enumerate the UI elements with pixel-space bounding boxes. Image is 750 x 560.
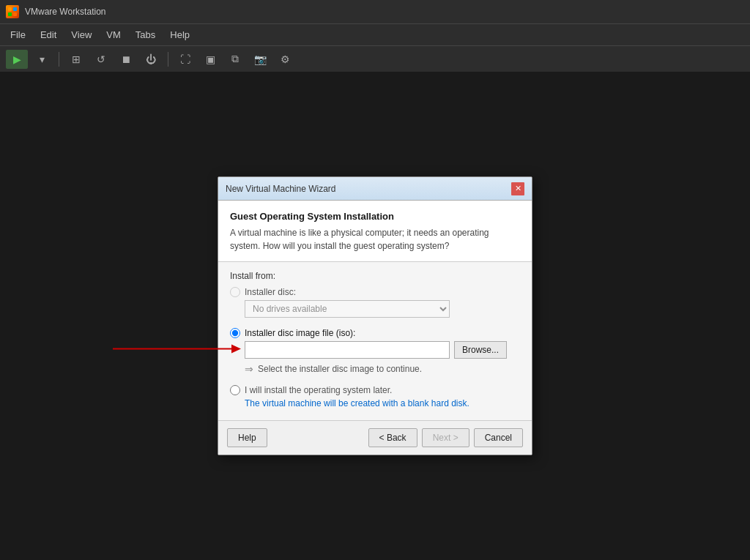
annotation-arrow — [113, 338, 241, 362]
dialog-header-title: Guest Operating System Installation — [230, 211, 520, 222]
menu-vm[interactable]: VM — [99, 26, 128, 43]
shutdown-button[interactable]: ⏻ — [140, 50, 162, 69]
play-dropdown[interactable]: ▾ — [31, 50, 53, 69]
suspend-button[interactable]: ⊞ — [65, 50, 87, 69]
menu-help[interactable]: Help — [163, 26, 197, 43]
toolbar: ▶ ▾ ⊞ ↺ ⏹ ⏻ ⛶ ▣ ⧉ 📷 ⚙ — [0, 45, 750, 72]
footer-left: Help — [227, 428, 267, 447]
menu-file[interactable]: File — [3, 26, 33, 43]
iso-warning-row: ⇒ Select the installer disc image to con… — [245, 363, 520, 375]
play-button[interactable]: ▶ — [6, 50, 28, 69]
install-later-radio[interactable] — [230, 385, 240, 395]
iso-warning-text: Select the installer disc image to conti… — [258, 364, 422, 374]
fullscreen-button[interactable]: ⛶ — [174, 50, 196, 69]
svg-rect-0 — [8, 7, 12, 11]
install-later-section: I will install the operating system late… — [230, 385, 520, 408]
svg-rect-2 — [8, 12, 12, 16]
iso-input-row: Browse... — [245, 341, 520, 359]
toolbar-separator-2 — [168, 52, 168, 67]
installer-disc-dropdown-row: No drives available — [245, 300, 520, 318]
snapshot-button[interactable]: 📷 — [249, 50, 271, 69]
browse-button[interactable]: Browse... — [454, 341, 507, 359]
install-later-description: The virtual machine will be created with… — [245, 398, 520, 408]
dialog-footer: Help < Back Next > Cancel — [218, 420, 532, 455]
svg-marker-5 — [231, 345, 241, 354]
installer-disc-radio-row: Installer disc: — [230, 287, 520, 297]
dialog-titlebar: New Virtual Machine Wizard ✕ — [218, 177, 532, 201]
dialog-header-description: A virtual machine is like a physical com… — [230, 226, 520, 253]
help-button[interactable]: Help — [227, 428, 267, 447]
cancel-button[interactable]: Cancel — [474, 428, 523, 447]
install-later-label: I will install the operating system late… — [245, 385, 392, 395]
app-icon — [6, 5, 19, 18]
next-button[interactable]: Next > — [422, 428, 469, 447]
installer-disc-radio[interactable] — [230, 287, 240, 297]
iso-file-input[interactable] — [245, 341, 450, 359]
iso-section: Installer disc image file (iso): Browse.… — [230, 328, 520, 375]
dialog-body: Install from: Installer disc: No drives … — [218, 262, 532, 420]
dialog-title: New Virtual Machine Wizard — [226, 184, 336, 194]
menu-view[interactable]: View — [64, 26, 99, 43]
warning-icon: ⇒ — [245, 363, 253, 375]
iso-file-radio[interactable] — [230, 328, 240, 338]
titlebar: VMware Workstation — [0, 0, 750, 23]
main-area: New Virtual Machine Wizard ✕ Guest Opera… — [0, 72, 750, 560]
back-button[interactable]: < Back — [368, 428, 417, 447]
window-button[interactable]: ▣ — [199, 50, 221, 69]
iso-file-label: Installer disc image file (iso): — [245, 328, 355, 338]
iso-radio-row: Installer disc image file (iso): — [230, 328, 520, 338]
restart-button[interactable]: ↺ — [90, 50, 112, 69]
installer-disc-section: Installer disc: No drives available — [230, 287, 520, 318]
dialog-header: Guest Operating System Installation A vi… — [218, 201, 532, 262]
stop-button[interactable]: ⏹ — [115, 50, 137, 69]
install-later-radio-row: I will install the operating system late… — [230, 385, 520, 395]
unity-button[interactable]: ⧉ — [224, 50, 246, 69]
menu-edit[interactable]: Edit — [33, 26, 64, 43]
install-from-label: Install from: — [230, 271, 520, 281]
dialog-close-button[interactable]: ✕ — [511, 182, 524, 195]
installer-disc-dropdown[interactable]: No drives available — [245, 300, 450, 318]
installer-disc-label: Installer disc: — [245, 287, 296, 297]
menubar: File Edit View VM Tabs Help — [0, 23, 750, 45]
app-title: VMware Workstation — [25, 7, 105, 17]
svg-rect-3 — [13, 12, 17, 16]
new-vm-wizard-dialog: New Virtual Machine Wizard ✕ Guest Opera… — [218, 176, 532, 455]
toolbar-separator-1 — [59, 52, 59, 67]
svg-rect-1 — [13, 7, 17, 11]
settings-button[interactable]: ⚙ — [274, 50, 296, 69]
menu-tabs[interactable]: Tabs — [128, 26, 163, 43]
footer-right: < Back Next > Cancel — [368, 428, 523, 447]
